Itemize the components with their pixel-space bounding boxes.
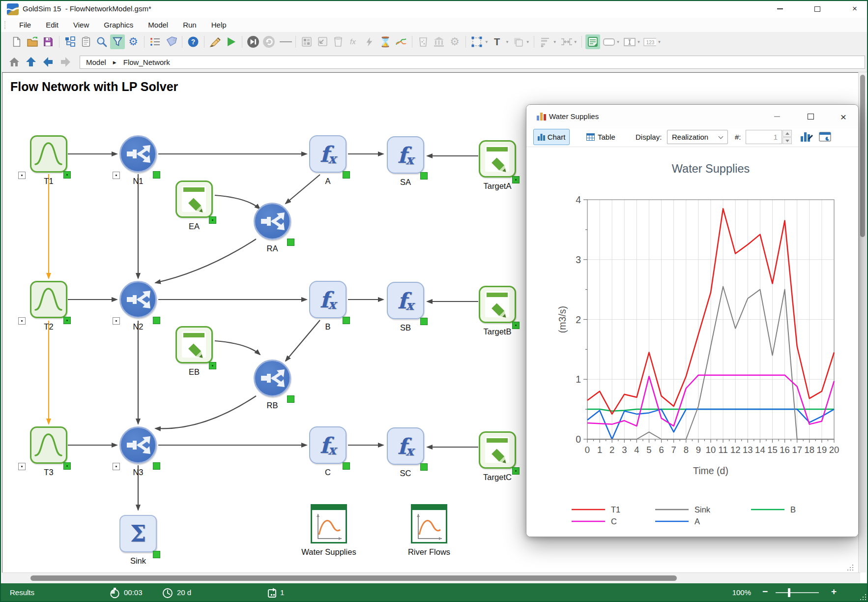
run-model-icon[interactable]	[224, 34, 238, 49]
result-maximize-button[interactable]	[801, 109, 820, 124]
menu-item-model[interactable]: Model	[141, 18, 175, 32]
connector-tool-icon[interactable]	[558, 34, 573, 49]
node-sa-expression[interactable]: fx	[387, 136, 424, 174]
node-sc-expression[interactable]: fx	[387, 427, 424, 465]
result-bucket-icon[interactable]	[331, 34, 346, 49]
tab-table[interactable]: Table	[586, 129, 615, 145]
result-grid-icon[interactable]	[299, 34, 314, 49]
result-chart-icon[interactable]	[394, 34, 408, 49]
node-eb-data[interactable]	[175, 326, 213, 363]
result-element-ws[interactable]	[311, 504, 347, 543]
horizontal-scrollbar-thumb[interactable]	[30, 575, 677, 581]
help-icon[interactable]: ?	[186, 34, 201, 49]
edit-chart-style-button[interactable]	[800, 130, 813, 143]
shape-rect-icon[interactable]	[601, 34, 616, 49]
node-targetb-data[interactable]	[479, 286, 516, 323]
node-n3-splitter[interactable]	[119, 426, 157, 464]
open-folder-icon[interactable]	[25, 34, 40, 49]
node-targetc-data[interactable]	[479, 431, 516, 469]
result-bolt-icon[interactable]	[362, 34, 377, 49]
result-import-icon[interactable]	[315, 34, 330, 49]
maximize-button[interactable]	[806, 1, 829, 17]
node-t3-stochastic[interactable]	[30, 426, 67, 464]
skip-to-end-icon[interactable]	[246, 34, 260, 49]
menu-item-run[interactable]: Run	[175, 18, 204, 32]
text-tool-icon[interactable]: T	[490, 34, 505, 49]
dropdown-caret-icon[interactable]: ▼	[616, 40, 620, 44]
tab-chart[interactable]: Chart	[533, 129, 570, 145]
dropdown-caret-icon[interactable]: ▼	[505, 40, 509, 44]
filter-icon[interactable]	[110, 34, 125, 49]
dropdown-caret-icon[interactable]: ▼	[485, 40, 489, 44]
display-mode-dropdown[interactable]: Realization	[667, 130, 728, 144]
containment-view-icon[interactable]	[63, 34, 78, 49]
vertical-scrollbar-thumb[interactable]	[860, 75, 865, 237]
node-ra-splitter[interactable]	[254, 203, 291, 240]
menu-item-view[interactable]: View	[66, 18, 96, 32]
options-list-icon[interactable]	[148, 34, 163, 49]
realization-count-input[interactable]: 1	[746, 130, 782, 144]
node-c-expression[interactable]: fx	[309, 426, 347, 464]
breadcrumb[interactable]: Model▶Flow_Network	[80, 56, 865, 69]
result-bank-icon[interactable]	[432, 34, 446, 49]
clipboard-icon[interactable]	[79, 34, 93, 49]
zoom-slider-handle[interactable]	[788, 588, 790, 597]
time-slider-icon[interactable]	[277, 34, 292, 49]
spin-down-button[interactable]	[782, 137, 792, 144]
new-document-icon[interactable]	[9, 34, 24, 49]
layers-tool-icon[interactable]	[511, 34, 525, 49]
spin-up-button[interactable]	[782, 130, 792, 137]
node-sb-expression[interactable]: fx	[387, 282, 424, 319]
edit-mode-icon[interactable]	[208, 34, 223, 49]
menu-item-file[interactable]: File	[12, 18, 38, 32]
reset-model-icon[interactable]	[261, 34, 276, 49]
tag-icon[interactable]	[164, 34, 178, 49]
settings-gear-icon[interactable]: ⚙	[126, 34, 141, 49]
chart-options-button[interactable]	[818, 130, 832, 143]
zoom-out-button[interactable]: −	[762, 586, 768, 597]
home-icon[interactable]	[8, 56, 21, 68]
vertical-scrollbar[interactable]	[858, 72, 866, 572]
node-sink-sum[interactable]: Σ	[119, 515, 157, 552]
breadcrumb-item-flow_network[interactable]: Flow_Network	[123, 58, 170, 66]
node-ea-data[interactable]	[175, 181, 213, 218]
zoom-slider[interactable]	[776, 592, 819, 593]
node-t2-stochastic[interactable]	[30, 281, 67, 318]
result-element-rf[interactable]	[411, 504, 447, 543]
water-supplies-result-window[interactable]: Water Supplies × Chart Table Display:	[526, 104, 859, 537]
dropdown-caret-icon[interactable]: ▼	[574, 40, 578, 44]
horizontal-scrollbar[interactable]	[2, 572, 860, 583]
node-t1-stochastic[interactable]	[30, 135, 67, 173]
node-n1-splitter[interactable]	[119, 135, 157, 173]
close-button[interactable]: ×	[843, 1, 866, 17]
dropdown-caret-icon[interactable]: ▼	[553, 40, 557, 44]
graphic-note-icon[interactable]	[585, 34, 600, 49]
menu-item-graphics[interactable]: Graphics	[96, 18, 141, 32]
zoom-in-button[interactable]: +	[831, 586, 837, 597]
selection-tool-icon[interactable]	[469, 34, 484, 49]
numbers-icon[interactable]: 123	[642, 34, 657, 49]
dropdown-caret-icon[interactable]: ▼	[637, 40, 641, 44]
node-b-expression[interactable]: fx	[309, 281, 347, 318]
dropdown-caret-icon[interactable]: ▼	[526, 40, 530, 44]
forward-icon[interactable]	[59, 56, 72, 68]
text-box-icon[interactable]	[622, 34, 637, 49]
back-icon[interactable]	[42, 56, 55, 68]
node-rb-splitter[interactable]	[254, 360, 291, 397]
node-n2-splitter[interactable]	[119, 281, 157, 318]
node-a-expression[interactable]: fx	[309, 135, 347, 173]
result-bin-icon[interactable]	[416, 34, 431, 49]
go-up-icon[interactable]	[25, 56, 37, 68]
minimize-button[interactable]	[769, 1, 791, 17]
node-targeta-data[interactable]	[479, 140, 516, 178]
result-minimize-button[interactable]	[767, 109, 787, 124]
dropdown-caret-icon[interactable]: ▼	[657, 40, 661, 44]
result-gearbolt-icon[interactable]: ⚙	[447, 34, 462, 49]
search-icon[interactable]	[94, 34, 109, 49]
align-tool-icon[interactable]	[538, 34, 552, 49]
result-hourglass-icon[interactable]: ⌛	[378, 34, 393, 49]
breadcrumb-item-model[interactable]: Model	[86, 58, 106, 66]
result-fx-icon[interactable]: fx	[347, 34, 361, 49]
save-icon[interactable]	[41, 34, 56, 49]
menu-item-edit[interactable]: Edit	[38, 18, 66, 32]
